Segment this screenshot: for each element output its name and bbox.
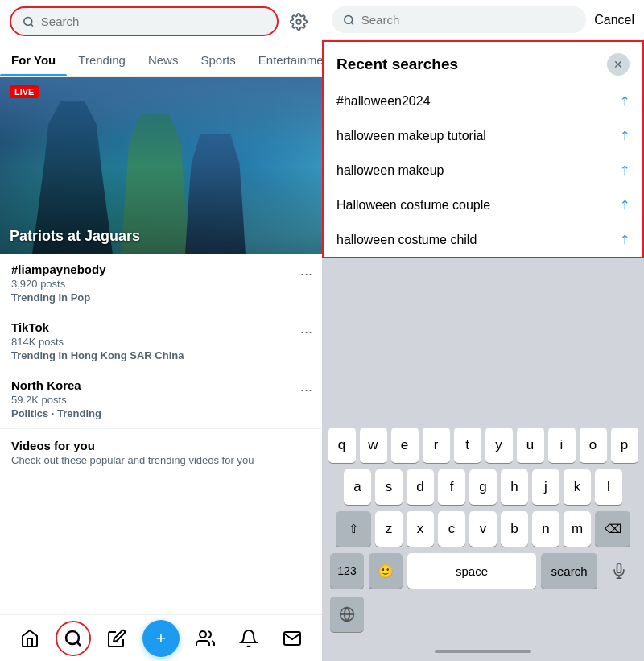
tab-trending[interactable]: Trending <box>67 43 137 76</box>
people-icon <box>196 629 215 648</box>
key-shift[interactable]: ⇧ <box>336 511 371 547</box>
key-q[interactable]: q <box>328 428 356 463</box>
videos-section: Videos for you Check out these popular a… <box>0 428 322 476</box>
recent-searches-panel: Recent searches ✕ #halloween2024 ↗ hallo… <box>322 40 644 258</box>
recent-item-0[interactable]: #halloween2024 ↗ <box>324 84 642 118</box>
nav-compose[interactable] <box>99 621 134 656</box>
tab-news[interactable]: News <box>137 43 190 76</box>
key-s[interactable]: s <box>375 469 402 505</box>
nav-people[interactable] <box>188 621 223 656</box>
trending-item-2[interactable]: North Korea 59.2K posts Politics · Trend… <box>0 370 322 428</box>
key-space[interactable]: space <box>407 553 536 589</box>
more-button-0[interactable]: ··· <box>300 266 312 283</box>
mail-icon <box>283 629 302 648</box>
trending-title-1: TikTok <box>11 320 311 334</box>
cancel-button[interactable]: Cancel <box>594 13 634 27</box>
more-button-2[interactable]: ··· <box>300 382 312 399</box>
more-button-1[interactable]: ··· <box>300 324 312 341</box>
trending-label-0: Trending in Pop <box>11 291 311 304</box>
svg-point-5 <box>200 631 206 638</box>
key-v[interactable]: v <box>469 511 497 547</box>
key-a[interactable]: a <box>344 469 371 505</box>
recent-title: Recent searches <box>336 56 458 73</box>
search-input-right[interactable] <box>361 13 575 27</box>
search-box-left[interactable] <box>10 6 279 36</box>
key-o[interactable]: o <box>580 428 607 463</box>
key-emoji[interactable]: 🙂 <box>369 553 402 589</box>
key-j[interactable]: j <box>532 469 559 505</box>
search-nav-icon <box>64 629 83 648</box>
trending-meta-2: 59.2K posts <box>11 394 311 406</box>
keyboard-row-1: q w e r t y u i o p <box>325 428 641 463</box>
keyboard-bottom-row: 123 🙂 space search <box>325 553 641 589</box>
search-box-right[interactable] <box>332 6 586 33</box>
tab-sports[interactable]: Sports <box>189 43 246 76</box>
svg-point-2 <box>296 19 301 24</box>
key-m[interactable]: m <box>564 511 591 547</box>
key-z[interactable]: z <box>375 511 402 547</box>
key-d[interactable]: d <box>407 469 434 505</box>
key-h[interactable]: h <box>501 469 528 505</box>
key-e[interactable]: e <box>391 428 419 463</box>
key-n[interactable]: n <box>532 511 559 547</box>
search-bar-area <box>0 0 322 43</box>
tab-for-you[interactable]: For You <box>0 43 67 76</box>
trending-title-2: North Korea <box>11 378 311 392</box>
key-p[interactable]: p <box>611 428 638 463</box>
nav-messages[interactable] <box>275 621 310 656</box>
key-delete[interactable]: ⌫ <box>595 511 630 547</box>
hero-title: Patriots at Jaguars <box>10 228 140 245</box>
bottom-nav: + <box>0 614 322 661</box>
key-b[interactable]: b <box>501 511 528 547</box>
key-r[interactable]: r <box>423 428 450 463</box>
recent-item-text-3: Halloween costume couple <box>336 198 490 213</box>
key-w[interactable]: w <box>360 428 387 463</box>
trending-item-1[interactable]: TikTok 814K posts Trending in Hong Kong … <box>0 312 322 370</box>
key-l[interactable]: l <box>595 469 622 505</box>
key-g[interactable]: g <box>469 469 497 505</box>
search-icon <box>23 15 35 28</box>
nav-search[interactable] <box>56 621 91 656</box>
fab-button[interactable]: + <box>142 620 180 657</box>
key-t[interactable]: t <box>454 428 481 463</box>
tab-entertainment[interactable]: Entertainment <box>247 43 322 76</box>
recent-header: Recent searches ✕ <box>324 42 642 84</box>
settings-button[interactable] <box>285 8 312 35</box>
compose-icon <box>107 629 126 648</box>
svg-line-4 <box>77 642 80 645</box>
recent-item-2[interactable]: halloween makeup ↗ <box>324 153 642 188</box>
key-c[interactable]: c <box>438 511 465 547</box>
search-icon-right <box>343 14 355 27</box>
hero-image[interactable]: LIVE Patriots at Jaguars <box>0 77 322 254</box>
keyboard-row-2: a s d f g h j k l <box>325 469 641 505</box>
trending-meta-0: 3,920 posts <box>11 278 311 290</box>
key-mic[interactable] <box>602 553 636 589</box>
clear-recent-button[interactable]: ✕ <box>607 53 630 76</box>
key-k[interactable]: k <box>564 469 591 505</box>
trending-item-0[interactable]: #liampaynebody 3,920 posts Trending in P… <box>0 254 322 312</box>
key-u[interactable]: u <box>517 428 544 463</box>
recent-item-4[interactable]: halloween costume child ↗ <box>324 222 642 257</box>
trending-section: #liampaynebody 3,920 posts Trending in P… <box>0 254 322 476</box>
recent-item-text-1: halloween makeup tutorial <box>336 129 486 143</box>
key-globe[interactable] <box>330 597 364 632</box>
key-x[interactable]: x <box>407 511 434 547</box>
key-i[interactable]: i <box>548 428 576 463</box>
key-f[interactable]: f <box>438 469 465 505</box>
home-icon <box>20 629 39 648</box>
keyboard-area: q w e r t y u i o p a s d f g h j k <box>322 258 644 661</box>
key-search[interactable]: search <box>541 553 597 589</box>
home-indicator <box>322 642 644 661</box>
key-y[interactable]: y <box>485 428 513 463</box>
recent-item-1[interactable]: halloween makeup tutorial ↗ <box>324 118 642 153</box>
home-bar <box>435 650 531 653</box>
arrow-icon-3: ↗ <box>615 196 634 214</box>
recent-item-3[interactable]: Halloween costume couple ↗ <box>324 188 642 222</box>
tabs-bar: For You Trending News Sports Entertainme… <box>0 43 322 77</box>
svg-point-6 <box>345 15 353 23</box>
recent-item-text-0: #halloween2024 <box>336 94 431 109</box>
nav-notifications[interactable] <box>231 621 266 656</box>
nav-home[interactable] <box>12 621 47 656</box>
search-input-left[interactable] <box>41 14 266 28</box>
key-123[interactable]: 123 <box>330 553 364 589</box>
